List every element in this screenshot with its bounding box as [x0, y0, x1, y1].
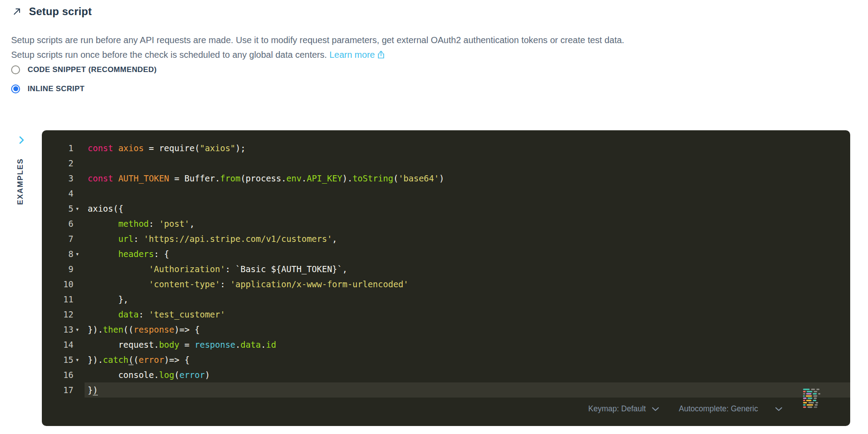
arrow-up-right-icon	[12, 7, 21, 16]
fold-spacer	[73, 261, 85, 277]
code-text: 'Authorization': `Basic ${AUTH_TOKEN}`,	[85, 261, 850, 277]
code-text	[85, 186, 850, 201]
fold-spacer	[73, 337, 85, 352]
code-line[interactable]: 1const axios = require("axios");	[42, 141, 850, 156]
code-line[interactable]: 2	[42, 156, 850, 171]
chevron-right-icon	[19, 136, 24, 145]
code-line[interactable]: 14 request.body = response.data.id	[42, 337, 850, 352]
code-text: console.log(error)	[85, 367, 850, 382]
code-text: url: 'https://api.stripe.com/v1/customer…	[85, 231, 850, 246]
description-line1: Setup scripts are run before any API req…	[11, 33, 852, 48]
code-text	[85, 156, 850, 171]
radio-unselected[interactable]	[11, 65, 20, 74]
line-number: 10	[42, 277, 73, 292]
fold-spacer	[73, 292, 85, 307]
code-text: axios({	[85, 201, 850, 216]
line-number: 11	[42, 292, 73, 307]
line-number: 3	[42, 171, 73, 186]
line-number: 13	[42, 322, 73, 337]
examples-expand-button[interactable]	[19, 136, 24, 146]
code-line[interactable]: 3const AUTH_TOKEN = Buffer.from(process.…	[42, 171, 850, 186]
radio-option-label[interactable]: INLINE SCRIPT	[28, 84, 85, 93]
code-line[interactable]: 4	[42, 186, 850, 201]
code-text: })	[85, 382, 850, 398]
code-text: method: 'post',	[85, 216, 850, 231]
fold-spacer	[73, 307, 85, 322]
code-lines: 1const axios = require("axios");23const …	[42, 141, 850, 398]
line-number: 1	[42, 141, 73, 156]
autocomplete-label: Autocomplete: Generic	[679, 404, 758, 414]
code-text: }).then((response)=> {	[85, 322, 850, 337]
code-text: },	[85, 292, 850, 307]
line-number: 2	[42, 156, 73, 171]
code-text: data: 'test_customer'	[85, 307, 850, 322]
editor-statusbar: Keymap: Default Autocomplete: Generic	[588, 404, 783, 414]
description: Setup scripts are run before any API req…	[11, 33, 852, 62]
line-number: 9	[42, 261, 73, 277]
code-text: const axios = require("axios");	[85, 141, 850, 156]
examples-tab[interactable]: EXAMPLES	[16, 158, 25, 205]
code-line[interactable]: 9 'Authorization': `Basic ${AUTH_TOKEN}`…	[42, 261, 850, 277]
line-number: 4	[42, 186, 73, 201]
description-line2-row: Setup scripts run once before the check …	[11, 48, 852, 62]
code-line[interactable]: 6 method: 'post',	[42, 216, 850, 231]
line-number: 14	[42, 337, 73, 352]
code-line[interactable]: 10 'content-type': 'application/x-www-fo…	[42, 277, 850, 292]
fold-arrow-icon[interactable]: ▾	[73, 201, 85, 216]
code-line[interactable]: 17})	[42, 382, 850, 398]
line-number: 17	[42, 382, 73, 398]
script-type-options: CODE SNIPPET (RECOMMENDED)INLINE SCRIPT	[11, 65, 157, 103]
code-line[interactable]: 13▾}).then((response)=> {	[42, 322, 850, 337]
line-number: 15	[42, 352, 73, 367]
fold-spacer	[73, 277, 85, 292]
chevron-down-icon	[775, 407, 783, 411]
fold-arrow-icon[interactable]: ▾	[73, 322, 85, 337]
code-line[interactable]: 16 console.log(error)	[42, 367, 850, 382]
learn-more-link[interactable]: Learn more	[329, 50, 385, 60]
code-text: const AUTH_TOKEN = Buffer.from(process.e…	[85, 171, 850, 186]
line-number: 8	[42, 246, 73, 261]
fold-spacer	[73, 156, 85, 171]
code-editor[interactable]: 1const axios = require("axios");23const …	[42, 130, 850, 426]
fold-spacer	[73, 231, 85, 246]
section-header: Setup script	[12, 5, 92, 18]
code-line[interactable]: 7 url: 'https://api.stripe.com/v1/custom…	[42, 231, 850, 246]
line-number: 12	[42, 307, 73, 322]
radio-option-inline-script[interactable]: INLINE SCRIPT	[11, 84, 157, 93]
fold-spacer	[73, 367, 85, 382]
fold-arrow-icon[interactable]: ▾	[73, 246, 85, 261]
autocomplete-dropdown[interactable]: Autocomplete: Generic	[679, 404, 783, 414]
code-line[interactable]: 5▾axios({	[42, 201, 850, 216]
keymap-label: Keymap: Default	[588, 404, 646, 414]
line-number: 7	[42, 231, 73, 246]
code-text: 'content-type': 'application/x-www-form-…	[85, 277, 850, 292]
fold-spacer	[73, 141, 85, 156]
line-number: 5	[42, 201, 73, 216]
radio-option-label[interactable]: CODE SNIPPET (RECOMMENDED)	[28, 65, 157, 74]
code-line[interactable]: 8▾ headers: {	[42, 246, 850, 261]
description-line2: Setup scripts run once before the check …	[11, 50, 327, 60]
fold-spacer	[73, 171, 85, 186]
code-line[interactable]: 11 },	[42, 292, 850, 307]
keymap-dropdown[interactable]: Keymap: Default	[588, 404, 659, 414]
line-number: 6	[42, 216, 73, 231]
chevron-down-icon	[652, 407, 659, 411]
external-share-icon	[377, 50, 385, 59]
code-text: headers: {	[85, 246, 850, 261]
radio-option-code-snippet[interactable]: CODE SNIPPET (RECOMMENDED)	[11, 65, 157, 74]
code-text: request.body = response.data.id	[85, 337, 850, 352]
fold-arrow-icon[interactable]: ▾	[73, 352, 85, 367]
fold-spacer	[73, 186, 85, 201]
code-line[interactable]: 12 data: 'test_customer'	[42, 307, 850, 322]
radio-selected[interactable]	[11, 84, 20, 93]
fold-spacer	[73, 382, 85, 398]
code-text: }).catch((error)=> {	[85, 352, 850, 367]
code-minimap-icon	[803, 389, 822, 409]
page-title: Setup script	[29, 5, 92, 18]
code-line[interactable]: 15▾}).catch((error)=> {	[42, 352, 850, 367]
fold-spacer	[73, 216, 85, 231]
line-number: 16	[42, 367, 73, 382]
